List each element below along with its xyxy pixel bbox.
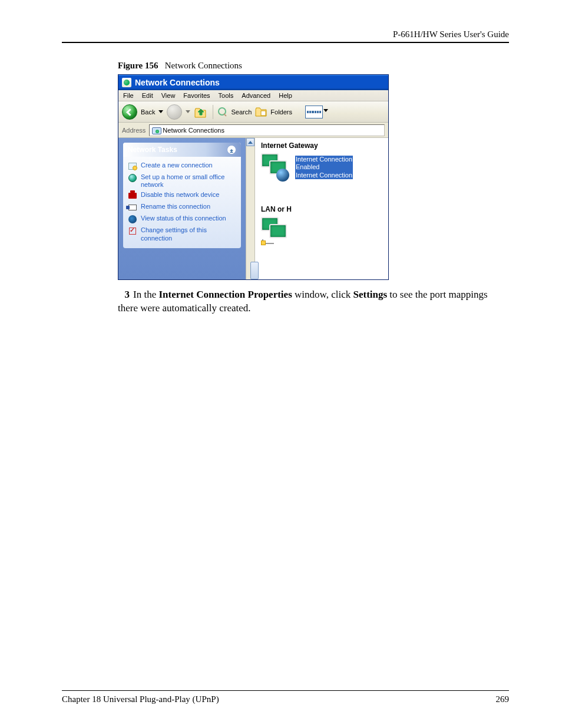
network-tasks-header[interactable]: Network Tasks [123,143,241,157]
status-icon [128,215,137,224]
menu-help[interactable]: Help [279,92,292,99]
connections-list: Internet Gateway Internet Connection Ena… [255,138,388,279]
settings-icon [128,226,137,236]
task-label: Create a new connection [141,162,213,169]
svg-rect-0 [261,111,266,116]
conn-name: Internet Connection [295,156,353,163]
address-text: Network Connections [163,127,224,134]
section-internet-gateway: Internet Gateway [261,141,385,150]
task-rename-connection[interactable]: Rename this connection [128,202,236,213]
task-label: Rename this connection [141,203,210,210]
step-text: In the [133,289,158,300]
lan-connection-icon [261,217,289,245]
header-doc-title: P-661H/HW Series User's Guide [62,29,509,42]
figure-title: Network Connections [165,61,242,70]
forward-button-icon [167,104,182,120]
window-title: Network Connections [135,78,220,87]
back-button-icon[interactable] [122,104,137,120]
toolbar: Back Search [118,101,388,123]
views-button[interactable] [305,106,323,118]
figure-caption: Figure 156 Network Connections [118,61,509,71]
internet-connection-icon [261,153,289,182]
network-tasks-pane: Network Tasks Create a new connection Se… [123,143,241,248]
conn-via: Internet Connection [295,172,353,179]
menu-favorites[interactable]: Favorites [183,92,210,99]
network-connections-icon [152,126,160,134]
address-bar: Address Network Connections [118,123,388,138]
task-label: View status of this connection [141,215,226,222]
task-sidebar: Network Tasks Create a new connection Se… [118,138,246,279]
new-connection-icon [128,162,137,171]
address-label: Address [122,127,146,134]
world-icon [128,173,137,183]
scrollbar[interactable] [246,138,255,279]
menu-view[interactable]: View [161,92,176,99]
lan-connection-item[interactable] [261,217,385,245]
disable-device-icon [128,191,137,200]
task-disable-device[interactable]: Disable this network device [128,190,236,202]
task-label: Disable this network device [141,191,219,199]
forward-dropdown-icon [186,110,190,113]
footer-rule [62,690,509,691]
internet-connection-text: Internet Connection Enabled Internet Con… [295,156,353,179]
footer: Chapter 18 Universal Plug-and-Play (UPnP… [62,694,509,704]
footer-page-number: 269 [496,694,510,704]
search-icon[interactable] [218,107,227,117]
scroll-up-button[interactable] [246,138,254,146]
address-input[interactable]: Network Connections [149,124,385,136]
search-button-label[interactable]: Search [231,108,252,116]
step-bold-2: Settings [353,289,387,300]
step-3-paragraph: 3In the Internet Connection Properties w… [62,288,509,315]
network-folder-icon [122,78,131,87]
menu-tools[interactable]: Tools [219,92,234,99]
step-bold-1: Internet Connection Properties [158,289,292,300]
step-number: 3 [118,288,130,302]
back-button-label[interactable]: Back [141,108,155,116]
menu-edit[interactable]: Edit [142,92,153,99]
network-tasks-body: Create a new connection Set up a home or… [123,157,241,248]
task-change-settings[interactable]: Change settings of this connection [128,225,236,243]
content-area: Network Tasks Create a new connection Se… [118,138,388,279]
task-label: Set up a home or small office network [141,173,236,189]
menu-bar: File Edit View Favorites Tools Advanced … [118,90,388,101]
menu-advanced[interactable]: Advanced [242,92,270,99]
network-tasks-title: Network Tasks [128,146,177,154]
task-view-status[interactable]: View status of this connection [128,213,236,225]
folder-up-button[interactable] [194,106,208,118]
conn-status: Enabled [295,163,353,171]
folders-button-label[interactable]: Folders [270,108,292,116]
task-create-connection[interactable]: Create a new connection [128,160,236,172]
task-setup-network[interactable]: Set up a home or small office network [128,172,236,190]
menu-file[interactable]: File [123,92,134,99]
section-lan: LAN or H [261,205,385,213]
views-dropdown-icon[interactable] [323,109,328,112]
footer-chapter: Chapter 18 Universal Plug-and-Play (UPnP… [62,694,219,704]
step-text: window, click [292,289,353,300]
titlebar[interactable]: Network Connections [118,75,388,90]
toolbar-separator [213,105,213,119]
task-label: Change settings of this connection [141,226,236,242]
folders-icon[interactable] [255,107,267,117]
network-connections-window: Network Connections File Edit View Favor… [118,74,389,280]
internet-connection-item[interactable]: Internet Connection Enabled Internet Con… [261,153,385,182]
back-dropdown-icon[interactable] [158,110,163,113]
figure-label: Figure 156 [118,61,158,70]
rename-icon [128,203,137,212]
collapse-chevron-icon[interactable] [227,145,236,154]
header-rule [62,42,509,43]
